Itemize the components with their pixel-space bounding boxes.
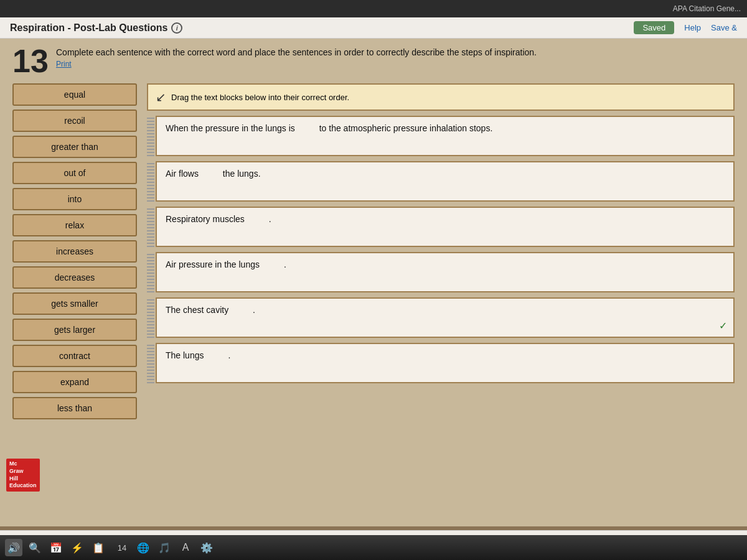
sentence-1-before: When the pressure in the lungs is <box>166 123 298 133</box>
checkmark-icon: ✓ <box>719 320 727 332</box>
sentence-card-3: Respiratory muscles . <box>156 207 735 247</box>
word-into[interactable]: into <box>12 188 137 210</box>
word-gets-larger[interactable]: gets larger <box>12 319 137 341</box>
question-number: 13 <box>12 45 50 77</box>
word-greater-than[interactable]: greater than <box>12 136 137 158</box>
question-header: 13 Complete each sentence with the corre… <box>12 45 735 77</box>
drag-instruction-text: Drag the text blocks below into their co… <box>171 93 349 102</box>
sentence-card-2-wrapper: Air flows the lungs. <box>147 161 735 202</box>
logo-line1: Mc <box>9 460 37 468</box>
help-button[interactable]: Help <box>684 23 701 32</box>
sentence-5-blank[interactable] <box>231 305 250 315</box>
sentence-card-2: Air flows the lungs. <box>156 161 735 202</box>
header-right: Saved Help Save & <box>634 21 737 34</box>
page-title: Respiration - Post-Lab Questions <box>10 22 167 34</box>
taskbar-icon-5[interactable]: 📋 <box>90 539 107 556</box>
sentence-card-1: When the pressure in the lungs is to the… <box>156 116 735 156</box>
header: Respiration - Post-Lab Questions i Saved… <box>0 17 747 39</box>
word-gets-smaller[interactable]: gets smaller <box>12 292 137 315</box>
drag-arrow-icon: ↙ <box>156 90 166 105</box>
taskbar-icon-7[interactable]: 🌐 <box>134 539 152 556</box>
top-bar-right: APA Citation Gene... <box>673 4 741 13</box>
word-equal[interactable]: equal <box>12 83 137 106</box>
word-less-than[interactable]: less than <box>12 397 137 419</box>
header-title-area: Respiration - Post-Lab Questions i <box>10 22 182 34</box>
word-bank: equal recoil greater than out of into re… <box>12 83 137 419</box>
sentence-1-after: to the atmospheric pressure inhalation s… <box>319 123 493 133</box>
word-recoil[interactable]: recoil <box>12 110 137 132</box>
sentence-4-before: Air pressure in the lungs <box>166 259 262 269</box>
sentence-3-before: Respiratory muscles <box>166 214 247 224</box>
drag-handle-4[interactable] <box>147 252 154 292</box>
sentence-4-blank[interactable] <box>262 259 281 269</box>
taskbar-icon-3[interactable]: 📅 <box>47 539 65 556</box>
sentence-card-5-wrapper: The chest cavity . ✓ <box>147 297 735 338</box>
print-link[interactable]: Print <box>56 60 735 68</box>
info-icon[interactable]: i <box>171 22 182 34</box>
sentence-card-5: The chest cavity . ✓ <box>156 297 735 338</box>
sentence-2-before: Air flows <box>166 169 201 179</box>
sentence-area: ↙ Drag the text blocks below into their … <box>147 83 735 419</box>
citation-text: APA Citation Gene... <box>673 4 741 13</box>
question-instruction: Complete each sentence with the correct … <box>56 45 735 57</box>
taskbar-icon-10[interactable]: ⚙️ <box>198 539 215 556</box>
sentence-2-blank[interactable] <box>201 169 220 179</box>
sentence-card-4-wrapper: Air pressure in the lungs . <box>147 252 735 292</box>
sentence-5-before: The chest cavity <box>166 305 231 315</box>
word-expand[interactable]: expand <box>12 371 137 393</box>
taskbar-icon-8[interactable]: 🎵 <box>156 539 173 556</box>
taskbar-icon-2[interactable]: 🔍 <box>26 539 44 556</box>
logo-line3: Hill <box>9 475 37 483</box>
sentence-6-before: The lungs <box>166 350 206 360</box>
sentence-card-6-wrapper: The lungs . <box>147 343 735 383</box>
logo-line4: Education <box>9 482 37 490</box>
sentence-4-after: . <box>284 259 286 269</box>
word-out-of[interactable]: out of <box>12 162 137 184</box>
sentence-2-after: the lungs. <box>223 169 261 179</box>
word-contract[interactable]: contract <box>12 345 137 367</box>
drag-handle-6[interactable] <box>147 343 154 383</box>
taskbar-date: 14 <box>113 539 131 556</box>
sentence-card-4: Air pressure in the lungs . <box>156 252 735 292</box>
sentence-1-blank[interactable] <box>298 123 317 133</box>
save-button[interactable]: Save & <box>711 23 737 32</box>
mcgraw-hill-logo: Mc Graw Hill Education <box>6 459 40 492</box>
drag-handle-3[interactable] <box>147 207 154 247</box>
sentence-card-6: The lungs . <box>156 343 735 383</box>
sentence-5-after: . <box>253 305 255 315</box>
sentence-3-blank[interactable] <box>247 214 266 224</box>
taskbar-icon-1[interactable]: 🔊 <box>5 539 22 556</box>
saved-badge: Saved <box>634 21 674 34</box>
sentence-6-after: . <box>228 350 230 360</box>
word-increases[interactable]: increases <box>12 240 137 263</box>
drag-handle-2[interactable] <box>147 161 154 202</box>
sentence-card-3-wrapper: Respiratory muscles . <box>147 207 735 247</box>
drag-handle-5[interactable] <box>147 297 154 338</box>
logo-line2: Graw <box>9 468 37 475</box>
taskbar-icon-4[interactable]: ⚡ <box>68 539 86 556</box>
word-decreases[interactable]: decreases <box>12 266 137 289</box>
taskbar: 🔊 🔍 📅 ⚡ 📋 14 🌐 🎵 A ⚙️ <box>0 535 747 560</box>
main-content: 13 Complete each sentence with the corre… <box>0 39 747 526</box>
drag-instruction: ↙ Drag the text blocks below into their … <box>147 83 735 111</box>
top-bar: APA Citation Gene... <box>0 0 747 17</box>
word-relax[interactable]: relax <box>12 214 137 236</box>
content-area: equal recoil greater than out of into re… <box>12 83 735 419</box>
taskbar-icon-9[interactable]: A <box>177 539 194 556</box>
sentence-6-blank[interactable] <box>206 350 225 360</box>
drag-handle-1[interactable] <box>147 116 154 156</box>
sentence-3-after: . <box>269 214 271 224</box>
sentence-card-1-wrapper: When the pressure in the lungs is to the… <box>147 116 735 156</box>
